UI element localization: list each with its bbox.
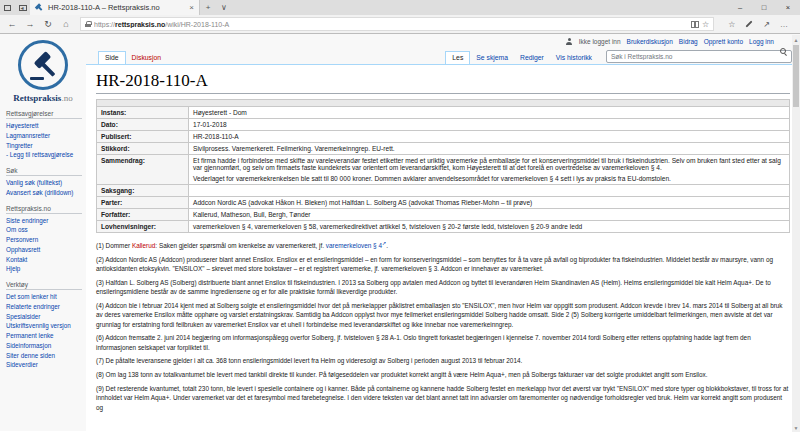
scrollbar-thumb[interactable] — [793, 45, 799, 107]
tab-les[interactable]: Les — [445, 51, 470, 64]
sidebar-item-om-oss[interactable]: Om oss — [6, 225, 82, 235]
gavel-base — [30, 77, 44, 80]
infobox-label: Publisert: — [97, 131, 189, 143]
url-path: /wiki/HR-2018-110-A — [165, 21, 229, 28]
row-dato: Dato: 17-01-2018 — [97, 119, 790, 131]
paragraph-7: (7) De påtalte leveransene gjelder i alt… — [96, 356, 790, 365]
sidebar-item-kontakt[interactable]: Kontakt — [6, 255, 82, 265]
sidebar-link[interactable]: Personvern — [6, 235, 82, 245]
sidebar-link[interactable]: Avansert søk (drilldown) — [6, 188, 82, 198]
sidebar-link[interactable]: Sideverdier — [6, 360, 82, 370]
sidebar-link[interactable]: Permanent lenke — [6, 331, 82, 341]
infobox-label: Instans: — [97, 107, 189, 119]
browser-window: HR-2018-110-A – Rettspraksis.no × + ∨ – … — [0, 0, 800, 432]
judge-link[interactable]: Kallerud — [132, 242, 155, 249]
infobox-label: Dato: — [97, 119, 189, 131]
sidebar-link[interactable]: Sideinformasjon — [6, 341, 82, 351]
address-bar[interactable]: https://rettspraksis.no/wiki/HR-2018-110… — [80, 17, 714, 31]
sidebar-item-legg-til[interactable]: - Legg til rettsavgjørelse — [6, 150, 82, 160]
sidebar-link[interactable]: Kontakt — [6, 255, 82, 265]
sidebar-item-tingretter[interactable]: Tingretter — [6, 141, 82, 151]
sidebar-link[interactable]: Utskriftsvennlig versjon — [6, 321, 82, 331]
sidebar-link[interactable]: Relaterte endringer — [6, 302, 82, 312]
back-button[interactable]: ← — [4, 19, 20, 29]
browser-tab[interactable]: HR-2018-110-A – Rettspraksis.no × — [30, 0, 200, 15]
sidebar-link[interactable]: Spesialsider — [6, 312, 82, 322]
link-brukerdiskusjon[interactable]: Brukerdiskusjon — [627, 38, 673, 45]
sidebar-item-sideverdier[interactable]: Sideverdier — [6, 360, 82, 370]
login-status: Ikke logget inn — [579, 38, 621, 45]
navbar-actions: ☆ ↗ … — [720, 20, 796, 29]
link-logg-inn[interactable]: Logg inn — [749, 38, 774, 45]
sidebar-link[interactable]: Siter denne siden — [6, 351, 82, 361]
tab-diskusjon[interactable]: Diskusjon — [126, 52, 167, 64]
search-input[interactable] — [606, 50, 792, 63]
tab-side[interactable]: Side — [98, 51, 126, 64]
scroll-up-icon[interactable]: ▲ — [792, 35, 800, 44]
sidebar-link[interactable]: Siste endringer — [6, 216, 82, 226]
sidebar-item-hjelp[interactable]: Hjelp — [6, 264, 82, 274]
tab-close-icon[interactable]: × — [189, 3, 194, 12]
sidebar-item-sideinformasjon[interactable]: Sideinformasjon — [6, 341, 82, 351]
tab-preview-button[interactable] — [0, 0, 15, 15]
sidebar-item-avansert-sok[interactable]: Avansert søk (drilldown) — [6, 188, 82, 198]
page-scrollbar[interactable]: ▲ ▼ — [792, 35, 800, 432]
sidebar-link[interactable]: Høyesterett — [6, 121, 82, 131]
refresh-button[interactable]: ↻ — [40, 19, 56, 29]
sidebar-item-permanent-lenke[interactable]: Permanent lenke — [6, 331, 82, 341]
maximize-button[interactable]: □ — [752, 0, 776, 15]
search-icon[interactable] — [780, 48, 788, 56]
law-external-link[interactable]: varemerkeloven § 4 — [326, 242, 382, 249]
web-note-pen-icon[interactable] — [746, 20, 753, 27]
favorites-hub-icon[interactable]: ☆ — [728, 20, 735, 29]
sidebar-item-relaterte-endringer[interactable]: Relaterte endringer — [6, 302, 82, 312]
reading-view-icon[interactable] — [691, 21, 699, 27]
row-forfatter: Forfatter: Kallerud, Matheson, Bull, Ber… — [97, 209, 790, 221]
link-bidrag[interactable]: Bidrag — [679, 38, 698, 45]
sidebar-item-opphavsrett[interactable]: Opphavsrett — [6, 245, 82, 255]
tab-se-skjema[interactable]: Se skjema — [470, 52, 514, 64]
favorite-star-icon[interactable]: ☆ — [702, 20, 709, 29]
infobox-label: Stikkord: — [97, 143, 189, 155]
infobox-value: Sivilprosess. Varemerkerett. Feilmerking… — [189, 143, 790, 155]
tab-rediger[interactable]: Rediger — [514, 52, 550, 64]
home-button[interactable]: ⌂ — [58, 19, 74, 29]
sidebar-link[interactable]: Om oss — [6, 225, 82, 235]
sidebar-link[interactable]: Det som lenker hit — [6, 292, 82, 302]
share-icon[interactable]: ↗ — [763, 20, 770, 29]
new-tab-button[interactable]: + — [200, 0, 216, 15]
sidebar-item-lenker-hit[interactable]: Det som lenker hit — [6, 292, 82, 302]
sidebar-item-personvern[interactable]: Personvern — [6, 235, 82, 245]
tab-list-button[interactable]: ∨ — [216, 0, 232, 15]
sidebar-section-sok: Søk Vanlig søk (fulltekst) Avansert søk … — [0, 167, 86, 198]
sidebar-item-lagmannsretter[interactable]: Lagmannsretter — [6, 131, 82, 141]
sidebar-item-hoyesterett[interactable]: Høyesterett — [6, 121, 82, 131]
sidebar-link[interactable]: Hjelp — [6, 264, 82, 274]
forward-button[interactable]: → — [22, 19, 38, 29]
sidebar-link[interactable]: Lagmannsretter — [6, 131, 82, 141]
minimize-button[interactable]: – — [728, 0, 752, 15]
site-logo[interactable]: Rettspraksis.no — [0, 38, 86, 103]
infobox-header-strip — [97, 100, 790, 107]
sidebar-item-spesialsider[interactable]: Spesialsider — [6, 312, 82, 322]
tab-vis-historikk[interactable]: Vis historikk — [550, 52, 598, 64]
link-opprett-konto[interactable]: Opprett konto — [704, 38, 743, 45]
scroll-down-icon[interactable]: ▼ — [792, 423, 800, 432]
infobox-label: Saksgang: — [97, 185, 189, 197]
close-button[interactable]: × — [776, 0, 800, 15]
sidebar-item-vanlig-sok[interactable]: Vanlig søk (fulltekst) — [6, 178, 82, 188]
sidebar-item-siter-denne-siden[interactable]: Siter denne siden — [6, 351, 82, 361]
sidebar-link[interactable]: Opphavsrett — [6, 245, 82, 255]
sidebar-section-rettsavgjorelser: Rettsavgjørelser Høyesterett Lagmannsret… — [0, 110, 86, 160]
infobox-value: Addcon Nordic AS (advokat Håkon H. Bleke… — [189, 197, 790, 209]
sidebar-link[interactable]: Tingretter — [6, 141, 82, 151]
sidebar-link[interactable]: - Legg til rettsavgjørelse — [6, 150, 82, 160]
site-favicon-gavel-icon — [35, 3, 44, 12]
infobox-label: Forfatter: — [97, 209, 189, 221]
more-options-icon[interactable]: … — [780, 20, 788, 29]
sidebar-link[interactable]: Vanlig søk (fulltekst) — [6, 178, 82, 188]
set-tabs-aside-button[interactable] — [15, 0, 30, 15]
sidebar-item-siste-endringer[interactable]: Siste endringer — [6, 216, 82, 226]
sidebar-item-utskriftsvennlig[interactable]: Utskriftsvennlig versjon — [6, 321, 82, 331]
page-title: HR-2018-110-A — [96, 71, 790, 94]
